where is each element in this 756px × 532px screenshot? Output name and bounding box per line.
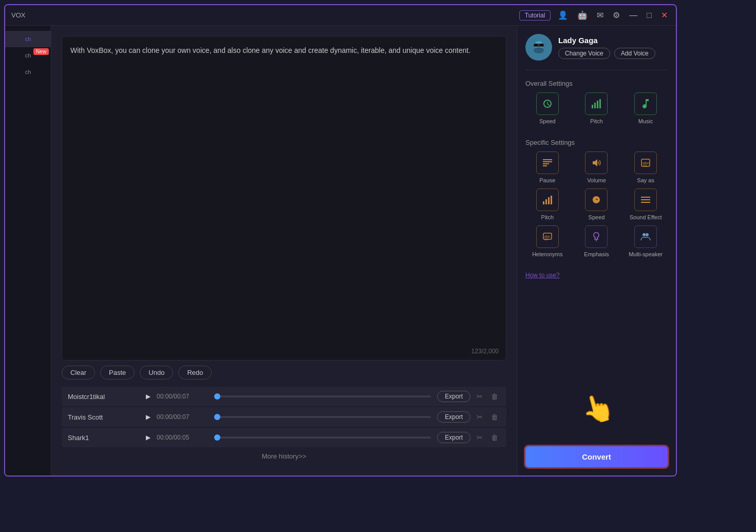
editor-content: With VoxBox, you can clone your own voic… — [70, 45, 498, 56]
app-title: VOX — [11, 11, 25, 19]
sidebar-item-0[interactable]: ch — [5, 31, 51, 47]
scissors-icon-0[interactable]: ✂ — [475, 391, 485, 402]
emphasis-icon-box — [585, 225, 608, 248]
pause-label: Pause — [539, 177, 555, 183]
music-icon — [639, 98, 652, 110]
text-editor[interactable]: With VoxBox, you can clone your own voic… — [62, 36, 506, 360]
svg-rect-14 — [543, 165, 547, 166]
setting-speed-specific[interactable]: Speed — [575, 188, 619, 220]
setting-pause[interactable]: Pause — [525, 151, 570, 183]
scissors-icon-2[interactable]: ✂ — [475, 432, 485, 443]
title-bar-left: VOX — [11, 11, 25, 19]
minimize-button[interactable]: — — [627, 10, 639, 21]
volume-label: Volume — [587, 177, 606, 183]
content-area: With VoxBox, you can clone your own voic… — [51, 26, 517, 476]
svg-rect-25 — [641, 202, 650, 203]
svg-rect-3 — [534, 44, 538, 46]
sidebar-item-1[interactable]: ch New — [5, 47, 51, 64]
setting-soundeffect[interactable]: Sound Effect — [623, 188, 668, 220]
svg-text:def: def — [544, 238, 549, 241]
progress-bar-2[interactable] — [214, 436, 431, 439]
pitch-label-overall: Pitch — [590, 118, 602, 124]
convert-section: Convert — [525, 446, 668, 467]
settings-icon-btn[interactable]: ⚙ — [611, 9, 622, 21]
robot-icon-btn[interactable]: 🤖 — [575, 9, 590, 21]
play-button-0[interactable]: ▶ — [146, 393, 150, 400]
svg-rect-12 — [543, 161, 552, 162]
pause-icon — [542, 157, 553, 168]
more-history-link[interactable]: More history>> — [62, 447, 506, 465]
soundeffect-label: Sound Effect — [630, 214, 662, 220]
svg-point-31 — [646, 233, 649, 236]
soundeffect-icon-box — [634, 188, 657, 211]
setting-sayas[interactable]: abc 123 Say as — [623, 151, 668, 183]
sayas-icon-box: abc 123 — [634, 151, 657, 174]
paste-button[interactable]: Paste — [100, 366, 135, 379]
history-item-1: Travis Scott ▶ 00:00/00:07 Export ✂ 🗑 — [62, 407, 506, 427]
mail-icon-btn[interactable]: ✉ — [595, 9, 606, 21]
play-button-2[interactable]: ▶ — [146, 434, 150, 441]
soundeffect-icon — [640, 194, 651, 205]
setting-volume[interactable]: Volume — [575, 151, 619, 183]
pitch-specific-icon-box — [536, 188, 559, 211]
setting-music[interactable]: Music — [623, 92, 668, 124]
setting-heteronyms[interactable]: abc def Heteronyms — [525, 225, 570, 257]
maximize-button[interactable]: □ — [645, 10, 654, 21]
setting-multispeaker[interactable]: Multi-speaker — [623, 225, 668, 257]
heteronyms-icon-box: abc def — [536, 225, 559, 248]
delete-icon-0[interactable]: 🗑 — [489, 391, 500, 402]
right-panel: Lady Gaga Change Voice Add Voice Overall… — [517, 26, 676, 476]
speed-specific-icon — [591, 194, 602, 205]
setting-pitch-specific[interactable]: Pitch — [525, 188, 570, 220]
app-window: VOX Tutorial 👤 🤖 ✉ ⚙ — □ ✕ ch ch New ch — [4, 4, 677, 477]
speed-specific-label: Speed — [589, 214, 605, 220]
export-button-1[interactable]: Export — [437, 411, 470, 423]
pitch-icon — [590, 98, 602, 110]
sidebar-item-2[interactable]: ch — [5, 64, 51, 80]
progress-bar-0[interactable] — [214, 395, 431, 397]
svg-rect-10 — [599, 99, 601, 108]
heteronyms-label: Heteronyms — [532, 251, 562, 257]
volume-icon-box — [585, 151, 608, 174]
overall-settings-label: Overall Settings — [525, 80, 668, 87]
history-name-1: Travis Scott — [68, 413, 140, 421]
svg-rect-22 — [551, 196, 552, 204]
tutorial-button[interactable]: Tutorial — [519, 10, 551, 21]
svg-rect-19 — [543, 201, 544, 204]
time-display-1: 00:00/00:07 — [157, 413, 208, 421]
multispeaker-icon — [640, 231, 651, 242]
history-actions-2: Export ✂ 🗑 — [437, 432, 500, 443]
change-voice-button[interactable]: Change Voice — [558, 48, 610, 59]
delete-icon-2[interactable]: 🗑 — [489, 432, 500, 443]
delete-icon-1[interactable]: 🗑 — [489, 412, 500, 422]
export-button-2[interactable]: Export — [437, 432, 470, 443]
heteronyms-icon: abc def — [542, 231, 553, 242]
undo-button[interactable]: Undo — [140, 366, 173, 379]
svg-rect-4 — [540, 44, 543, 46]
sayas-icon: abc 123 — [640, 157, 651, 168]
clear-button[interactable]: Clear — [62, 366, 95, 379]
voice-info: Lady Gaga Change Voice Add Voice — [558, 36, 668, 59]
export-button-0[interactable]: Export — [437, 391, 470, 402]
progress-dot-1 — [214, 414, 220, 420]
speed-icon — [541, 98, 554, 110]
add-voice-button[interactable]: Add Voice — [614, 48, 655, 59]
pitch-specific-label: Pitch — [541, 214, 554, 220]
setting-speed[interactable]: Speed — [525, 92, 570, 124]
specific-settings-grid: Pause Volume — [525, 151, 668, 257]
new-badge: New — [33, 48, 49, 55]
convert-button[interactable]: Convert — [525, 446, 668, 467]
avatar-svg — [528, 37, 549, 58]
overall-settings-section: Overall Settings Speed — [525, 80, 668, 131]
close-button[interactable]: ✕ — [659, 9, 670, 21]
voice-buttons: Change Voice Add Voice — [558, 48, 668, 59]
scissors-icon-1[interactable]: ✂ — [475, 412, 485, 422]
user-icon-btn[interactable]: 👤 — [556, 9, 570, 21]
how-to-use-link[interactable]: How to use? — [525, 272, 668, 279]
pitch-specific-icon — [542, 194, 553, 205]
setting-emphasis[interactable]: Emphasis — [575, 225, 619, 257]
progress-bar-1[interactable] — [214, 416, 431, 418]
play-button-1[interactable]: ▶ — [146, 413, 150, 421]
setting-pitch[interactable]: Pitch — [575, 92, 619, 124]
redo-button[interactable]: Redo — [178, 366, 212, 379]
